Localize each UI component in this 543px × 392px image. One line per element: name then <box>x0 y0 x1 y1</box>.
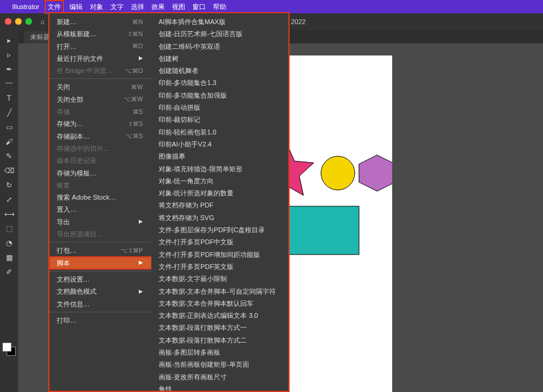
eyedropper-tool[interactable]: ✐ <box>2 265 16 279</box>
script-menu-item[interactable]: 文本数据-正则表达式编辑文本 3.0 <box>151 309 289 321</box>
script-menu-item[interactable]: 图像描摹 <box>151 150 289 162</box>
script-menu-item[interactable]: 画板-更改所有画板尺寸 <box>151 371 289 383</box>
menu-select[interactable]: 选择 <box>131 2 144 11</box>
script-menu-item[interactable]: 创建随机舞者 <box>151 65 289 77</box>
file-menu-item[interactable]: 置入… <box>49 203 151 215</box>
script-menu-item[interactable]: 画板-多图层转多画板 <box>151 346 289 358</box>
script-menu-item[interactable]: 角线 <box>151 383 289 392</box>
script-menu-item[interactable]: AI脚本插件合集MAX版 <box>151 16 289 28</box>
gradient-tool[interactable]: ▦ <box>2 251 16 264</box>
script-menu-item[interactable]: 文本数据-文本合并脚本默认回车 <box>151 297 289 309</box>
selection-tool[interactable]: ▸ <box>2 34 16 47</box>
home-icon[interactable]: ⌂ <box>40 18 45 25</box>
rotate-tool[interactable]: ↻ <box>2 179 16 192</box>
file-menu-item: 恢复 <box>49 179 151 191</box>
file-menu-item[interactable]: 脚本▶ <box>49 257 151 269</box>
script-menu-item[interactable]: 文本数据-文本合并脚本-可自定间隔字符 <box>151 285 289 297</box>
script-menu-item[interactable]: 对象-统一角度方向 <box>151 175 289 187</box>
menu-view[interactable]: 视图 <box>172 2 185 11</box>
file-menu-item[interactable]: 存储副本…⌥⌘S <box>49 130 151 142</box>
fill-stroke-swatch[interactable] <box>2 343 16 356</box>
menu-window[interactable]: 窗口 <box>192 2 206 11</box>
traffic-lights: ⌂ <box>5 18 45 25</box>
free-transform-tool[interactable]: ⬚ <box>2 222 16 235</box>
file-menu-item[interactable]: 文档颜色模式▶ <box>49 285 151 297</box>
script-menu-item[interactable]: 对象-填充转描边-限简单矩形 <box>151 163 289 175</box>
file-menu-item[interactable]: 存储为模板… <box>49 167 151 179</box>
file-menu-item[interactable]: 存储为…⇧⌘S <box>49 118 151 130</box>
file-menu-item[interactable]: 文件信息… <box>49 298 151 310</box>
script-menu-item[interactable]: 对象-统计所选对象的数量 <box>151 187 289 199</box>
script-menu-item[interactable]: 文件-多图层保存为PDF到C盘根目录 <box>151 224 289 236</box>
script-menu-item[interactable]: 将文档存储为 SVG <box>151 212 289 224</box>
file-menu-item[interactable]: 关闭⌘W <box>49 81 151 93</box>
fill-color[interactable] <box>2 343 11 352</box>
menu-edit[interactable]: 编辑 <box>69 2 83 11</box>
menu-effect[interactable]: 效果 <box>151 2 165 11</box>
file-menu-item[interactable]: 打包…⌥⇧⌘P <box>49 244 151 256</box>
file-menu-item: 存储⌘S <box>49 106 151 118</box>
script-submenu: AI脚本插件合集MAX版创建-日历艺术师-七国语言版创建二维码-中英双语创建树创… <box>151 13 289 391</box>
hexagon-shape[interactable] <box>359 155 392 191</box>
eraser-tool[interactable]: ⌫ <box>2 164 16 177</box>
script-menu-item[interactable]: 印前-轻松画包装1.0 <box>151 126 289 138</box>
script-menu-item[interactable]: 创建树 <box>151 52 289 65</box>
file-menu-item[interactable]: 打开…⌘O <box>49 40 151 52</box>
tool-panel: ▸ ▹ ✒ 〰 T ╱ ▭ 🖌 ✎ ⌫ ↻ ⤢ ⟷ ⬚ ◔ ▦ ✐ <box>0 30 18 392</box>
pen-tool[interactable]: ✒ <box>2 63 16 76</box>
file-menu-item[interactable]: 打印… <box>49 314 151 326</box>
file-menu-item[interactable]: 关闭全部⌥⌘W <box>49 93 151 106</box>
file-menu-item: 版本历史记录 <box>49 154 151 166</box>
app-name[interactable]: Illustrator <box>12 3 39 10</box>
file-menu-item[interactable]: 新建…⌘N <box>49 16 151 28</box>
script-menu-item[interactable]: 将文档存储为 PDF <box>151 199 289 211</box>
type-tool[interactable]: T <box>2 92 16 105</box>
file-menu-item[interactable]: 从模板新建…⇧⌘N <box>49 28 151 40</box>
script-menu-item[interactable]: 文件-打开多页PDF增加间距功能版 <box>151 248 289 261</box>
script-menu-item[interactable]: 印前AI小助手V2.4 <box>151 138 289 150</box>
script-menu-item[interactable]: 印前-多功能集合加强版 <box>151 89 289 101</box>
menu-file[interactable]: 文件 <box>46 2 62 12</box>
script-menu-item[interactable]: 画板-当前画板创建矩形-单页面 <box>151 358 289 370</box>
file-menu-item: 存储选中的切片… <box>49 142 151 154</box>
shaper-tool[interactable]: ✎ <box>2 150 16 163</box>
menubar: Illustrator 文件 编辑 对象 文字 选择 效果 视图 窗口 帮助 <box>0 0 543 13</box>
file-menu-item[interactable]: 最近打开的文件▶ <box>49 52 151 65</box>
script-menu-item[interactable]: 文本数据-文字最小限制 <box>151 273 289 285</box>
shape-builder-tool[interactable]: ◔ <box>2 236 16 250</box>
script-menu-item[interactable]: 印前-自动拼版 <box>151 101 289 113</box>
file-menu-item[interactable]: 导出▶ <box>49 216 151 228</box>
curvature-tool[interactable]: 〰 <box>2 77 16 90</box>
script-menu-item[interactable]: 印前-裁切标记 <box>151 113 289 125</box>
file-menu-item: 在 Bridge 中浏览…⌥⌘O <box>49 65 151 77</box>
file-menu: 新建…⌘N从模板新建…⇧⌘N打开…⌘O最近打开的文件▶在 Bridge 中浏览…… <box>49 13 151 391</box>
script-menu-item[interactable]: 创建-日历艺术师-七国语言版 <box>151 28 289 40</box>
rectangle-tool[interactable]: ▭ <box>2 121 16 134</box>
script-menu-item[interactable]: 文件-打开多页PDF英文版 <box>151 261 289 273</box>
script-menu-item[interactable]: 创建二维码-中英双语 <box>151 40 289 52</box>
script-menu-item[interactable]: 文本数据-段落打散脚本方式一 <box>151 321 289 334</box>
file-menu-item[interactable]: 搜索 Adobe Stock… <box>49 191 151 203</box>
maximize-button[interactable] <box>25 18 32 25</box>
circle-shape[interactable] <box>321 156 355 190</box>
scale-tool[interactable]: ⤢ <box>2 193 16 206</box>
minimize-button[interactable] <box>15 18 22 25</box>
file-menu-item: 导出所选项目… <box>49 228 151 240</box>
script-menu-item[interactable]: 文本数据-段落打散脚本方式二 <box>151 334 289 346</box>
file-menu-item[interactable]: 文档设置… <box>49 273 151 285</box>
paintbrush-tool[interactable]: 🖌 <box>2 135 16 148</box>
script-menu-item[interactable]: 印前-多功能集合1.3 <box>151 77 289 89</box>
width-tool[interactable]: ⟷ <box>2 207 16 221</box>
open-menus: 新建…⌘N从模板新建…⇧⌘N打开…⌘O最近打开的文件▶在 Bridge 中浏览…… <box>49 13 288 391</box>
menu-type[interactable]: 文字 <box>110 2 124 11</box>
line-tool[interactable]: ╱ <box>2 106 16 119</box>
menu-object[interactable]: 对象 <box>90 2 103 11</box>
direct-selection-tool[interactable]: ▹ <box>2 48 16 62</box>
script-menu-item[interactable]: 文件-打开多页PDF中文版 <box>151 236 289 248</box>
close-button[interactable] <box>5 18 11 25</box>
menu-help[interactable]: 帮助 <box>213 2 226 11</box>
